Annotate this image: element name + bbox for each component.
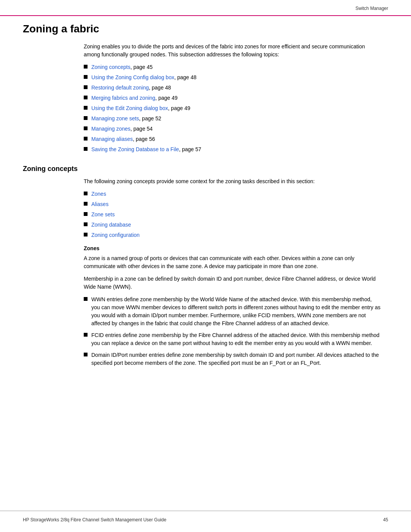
bullet-icon <box>84 212 88 216</box>
toc-item-5: Using the Edit Zoning dialog box, page 4… <box>84 104 381 112</box>
footer-rule <box>0 511 411 511</box>
concept-link-5[interactable]: Zoning configuration <box>91 231 140 239</box>
footer-right: 45 <box>383 517 388 522</box>
toc-item-8: Managing aliases, page 56 <box>84 135 381 143</box>
concept-link-4[interactable]: Zoning database <box>91 221 131 229</box>
header-title: Switch Manager <box>355 6 388 11</box>
zoning-concepts-section: The following zoning concepts provide so… <box>84 177 381 367</box>
bullet-icon <box>84 65 88 69</box>
bullet-icon <box>84 222 88 226</box>
toc-link-3[interactable]: Restoring default zoning <box>91 85 149 91</box>
bullet-icon <box>84 333 88 337</box>
header-area: Switch Manager <box>355 6 388 11</box>
footer-area: HP StorageWorks 2/8q Fibre Channel Switc… <box>23 517 388 522</box>
bullet-icon <box>84 202 88 206</box>
bullet-icon <box>84 96 88 99</box>
toc-list: Zoning concepts, page 45 Using the Zonin… <box>84 63 381 153</box>
zoning-concepts-heading: Zoning concepts <box>23 165 388 173</box>
zones-bullets-list: WWN entries define zone membership by th… <box>84 296 381 367</box>
bullet-icon <box>84 75 88 79</box>
bullet-icon <box>84 106 88 110</box>
concept-item-2: Aliases <box>84 200 381 208</box>
concept-item-3: Zone sets <box>84 211 381 219</box>
content-area: Zoning a fabric Zoning enables you to di… <box>23 23 388 502</box>
zones-bullet-3: Domain ID/Port number entries define zon… <box>84 351 381 367</box>
concept-item-5: Zoning configuration <box>84 231 381 239</box>
concept-link-3[interactable]: Zone sets <box>91 211 115 219</box>
concept-item-1: Zones <box>84 190 381 198</box>
toc-link-9[interactable]: Saving the Zoning Database to a File <box>91 146 179 152</box>
page-title: Zoning a fabric <box>23 23 388 35</box>
bullet-icon <box>84 116 88 120</box>
intro-paragraph: Zoning enables you to divide the ports a… <box>84 43 381 59</box>
intro-section: Zoning enables you to divide the ports a… <box>84 43 381 153</box>
toc-link-7[interactable]: Managing zones <box>91 126 131 132</box>
zones-para-1: A zone is a named group of ports or devi… <box>84 254 381 270</box>
concepts-list: Zones Aliases Zone sets Zoning database … <box>84 190 381 239</box>
top-rule <box>0 15 411 16</box>
footer-left: HP StorageWorks 2/8q Fibre Channel Switc… <box>23 517 166 522</box>
toc-link-4[interactable]: Merging fabrics and zoning <box>91 95 155 101</box>
toc-item-4: Merging fabrics and zoning, page 49 <box>84 94 381 102</box>
toc-item-9: Saving the Zoning Database to a File, pa… <box>84 145 381 153</box>
bullet-icon <box>84 147 88 151</box>
toc-suffix-3: , page 48 <box>149 85 171 91</box>
bullet-icon <box>84 353 88 356</box>
bullet-icon <box>84 297 88 301</box>
toc-item-1: Zoning concepts, page 45 <box>84 63 381 71</box>
bullet-icon <box>84 137 88 141</box>
concept-link-1[interactable]: Zones <box>91 190 106 198</box>
toc-suffix-1: , page 45 <box>131 64 153 70</box>
zones-subheading: Zones <box>84 245 381 251</box>
toc-item-2: Using the Zoning Config dialog box, page… <box>84 73 381 81</box>
toc-suffix-5: , page 49 <box>168 105 190 111</box>
zones-bullet-2: FCID entries define zone membership by t… <box>84 331 381 347</box>
bullet-icon <box>84 233 88 236</box>
toc-item-6: Managing zone sets, page 52 <box>84 115 381 123</box>
zones-bullet-1-text: WWN entries define zone membership by th… <box>91 296 381 328</box>
concept-item-4: Zoning database <box>84 221 381 229</box>
toc-link-6[interactable]: Managing zone sets <box>91 115 139 121</box>
zones-bullet-3-text: Domain ID/Port number entries define zon… <box>91 351 381 367</box>
bullet-icon <box>84 85 88 89</box>
toc-item-7: Managing zones, page 54 <box>84 125 381 133</box>
zones-para-2: Membership in a zone can be defined by s… <box>84 275 381 291</box>
toc-link-5[interactable]: Using the Edit Zoning dialog box <box>91 105 168 111</box>
zones-bullet-1: WWN entries define zone membership by th… <box>84 296 381 328</box>
zoning-concepts-intro: The following zoning concepts provide so… <box>84 177 381 185</box>
toc-suffix-2: , page 48 <box>174 74 196 80</box>
toc-link-2[interactable]: Using the Zoning Config dialog box <box>91 74 174 80</box>
toc-item-3: Restoring default zoning, page 48 <box>84 84 381 92</box>
toc-suffix-6: , page 52 <box>139 115 161 121</box>
concept-link-2[interactable]: Aliases <box>91 200 108 208</box>
page-container: Switch Manager Zoning a fabric Zoning en… <box>0 0 411 532</box>
bullet-icon <box>84 192 88 195</box>
toc-suffix-4: , page 49 <box>155 95 177 101</box>
zones-bullet-2-text: FCID entries define zone membership by t… <box>91 331 381 347</box>
toc-suffix-8: , page 56 <box>133 136 155 142</box>
toc-suffix-7: , page 54 <box>131 126 153 132</box>
toc-link-8[interactable]: Managing aliases <box>91 136 133 142</box>
bullet-icon <box>84 126 88 130</box>
toc-suffix-9: , page 57 <box>179 146 201 152</box>
toc-link-1[interactable]: Zoning concepts <box>91 64 131 70</box>
